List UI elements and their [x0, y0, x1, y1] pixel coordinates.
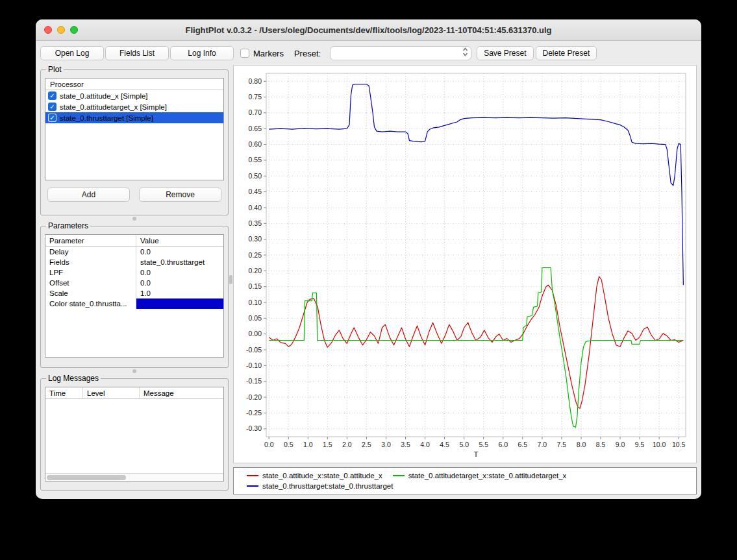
svg-text:0.60: 0.60	[249, 140, 262, 148]
preset-combobox[interactable]	[330, 46, 471, 60]
vertical-splitter[interactable]	[229, 65, 233, 494]
svg-text:10.0: 10.0	[653, 441, 666, 448]
svg-text:9.0: 9.0	[616, 441, 625, 448]
series-visible-checkbox[interactable]: ✓	[48, 91, 56, 100]
parameter-value[interactable]: 1.0	[136, 288, 223, 298]
parameter-name: Delay	[45, 247, 136, 257]
splitter-grip-icon	[132, 217, 136, 221]
add-series-button[interactable]: Add	[47, 188, 130, 202]
svg-text:0.05: 0.05	[249, 314, 262, 322]
close-window-button[interactable]	[44, 26, 52, 34]
svg-text:4.0: 4.0	[420, 441, 430, 448]
log-messages-table-header: Time Level Message	[45, 387, 223, 399]
save-preset-button[interactable]: Save Preset	[477, 46, 533, 60]
parameter-color-swatch[interactable]	[136, 298, 223, 309]
svg-text:-0.25: -0.25	[246, 409, 262, 417]
log-messages-panel: Log Messages Time Level Message	[40, 374, 229, 491]
svg-text:-0.05: -0.05	[246, 346, 262, 354]
parameter-name: Fields	[45, 257, 136, 267]
legend-entry: state_0.attitudetarget_x:state_0.attitud…	[393, 472, 567, 480]
svg-text:1.0: 1.0	[303, 441, 313, 448]
svg-text:-0.30: -0.30	[246, 424, 262, 432]
parameter-row[interactable]: Fieldsstate_0.thrusttarget	[45, 257, 223, 267]
legend-line-sample-icon	[247, 485, 258, 487]
window-titlebar: FlightPlot v.0.3.2 - /Users/oleg/Documen…	[36, 19, 701, 41]
log-horizontal-scrollbar[interactable]	[45, 473, 223, 481]
parameter-row[interactable]: LPF0.0	[45, 267, 223, 278]
flight-data-chart[interactable]: 0.00.51.01.52.02.53.03.54.04.55.05.56.06…	[234, 66, 696, 463]
svg-text:T: T	[473, 450, 478, 458]
markers-checkbox-group: Markers	[240, 49, 284, 58]
fields-list-button[interactable]: Fields List	[105, 46, 169, 60]
zoom-window-button[interactable]	[70, 26, 78, 34]
parameter-row[interactable]: Delay0.0	[45, 247, 223, 257]
plot-parameters-splitter[interactable]	[40, 215, 229, 221]
legend-label: state_0.attitude_x:state_0.attitude_x	[262, 472, 382, 480]
series-visible-checkbox[interactable]: ✓	[48, 114, 56, 122]
svg-text:3.5: 3.5	[401, 441, 410, 448]
minimize-window-button[interactable]	[57, 26, 65, 34]
svg-text:-0.10: -0.10	[246, 361, 262, 369]
markers-checkbox[interactable]	[240, 49, 249, 58]
preset-label: Preset:	[294, 49, 321, 58]
series-visible-checkbox[interactable]: ✓	[48, 103, 56, 111]
svg-text:6.0: 6.0	[498, 441, 508, 448]
parameter-name: Scale	[45, 288, 136, 298]
svg-text:5.0: 5.0	[459, 441, 469, 448]
splitter-grip-icon	[229, 275, 232, 284]
log-info-button[interactable]: Log Info	[170, 46, 234, 60]
delete-preset-button[interactable]: Delete Preset	[536, 46, 597, 60]
open-log-button[interactable]: Open Log	[40, 46, 104, 60]
plot-series-row[interactable]: ✓state_0.attitudetarget_x [Simple]	[45, 101, 223, 112]
remove-series-button[interactable]: Remove	[139, 188, 221, 202]
svg-text:0.35: 0.35	[249, 219, 262, 227]
toolbar: Open Log Fields List Log Info Markers Pr…	[36, 41, 701, 63]
legend-line-sample-icon	[393, 475, 405, 476]
chart-panel[interactable]: 0.00.51.01.52.02.53.03.54.04.55.05.56.06…	[233, 65, 697, 463]
plot-buttons: Add Remove	[45, 188, 224, 202]
svg-text:0.15: 0.15	[249, 282, 262, 290]
processor-column-header[interactable]: Processor	[45, 79, 223, 90]
plot-series-table[interactable]: Processor ✓state_0.attitude_x [Simple]✓s…	[45, 78, 224, 180]
parameter-name: Offset	[45, 278, 136, 288]
parameters-rows: Delay0.0Fieldsstate_0.thrusttargetLPF0.0…	[45, 247, 223, 309]
markers-label: Markers	[253, 49, 284, 58]
flightplot-window: FlightPlot v.0.3.2 - /Users/oleg/Documen…	[36, 19, 701, 499]
scrollbar-thumb[interactable]	[47, 475, 126, 480]
svg-text:0.45: 0.45	[249, 188, 262, 195]
value-column-header[interactable]: Value	[136, 235, 223, 246]
parameter-row[interactable]: Scale1.0	[45, 288, 223, 298]
series-label: state_0.attitude_x [Simple]	[60, 92, 148, 100]
svg-text:7.5: 7.5	[557, 441, 567, 448]
svg-text:0.5: 0.5	[284, 441, 294, 448]
level-column-header[interactable]: Level	[83, 387, 140, 398]
parameter-column-header[interactable]: Parameter	[45, 235, 136, 246]
splitter-grip-icon	[132, 369, 136, 373]
message-column-header[interactable]: Message	[140, 387, 223, 398]
plot-series-row[interactable]: ✓state_0.attitude_x [Simple]	[45, 90, 223, 101]
plot-panel: Plot Processor ✓state_0.attitude_x [Simp…	[40, 65, 229, 215]
parameter-value[interactable]: 0.0	[136, 267, 223, 278]
log-messages-body	[45, 399, 223, 473]
plot-panel-title: Plot	[46, 65, 64, 74]
main-content: Plot Processor ✓state_0.attitude_x [Simp…	[36, 63, 701, 494]
svg-text:3.0: 3.0	[381, 441, 391, 448]
svg-text:9.5: 9.5	[635, 441, 645, 448]
svg-text:0.10: 0.10	[249, 298, 262, 306]
legend-entry: state_0.attitude_x:state_0.attitude_x	[247, 472, 382, 480]
parameter-row[interactable]: Offset0.0	[45, 278, 223, 288]
parameter-row[interactable]: Color state_0.thrustta...	[45, 298, 223, 309]
log-messages-table[interactable]: Time Level Message	[45, 387, 224, 481]
svg-text:2.0: 2.0	[342, 441, 352, 448]
window-title: FlightPlot v.0.3.2 - /Users/oleg/Documen…	[36, 25, 701, 35]
parameter-value[interactable]: state_0.thrusttarget	[136, 257, 223, 267]
parameter-value[interactable]: 0.0	[136, 247, 223, 257]
svg-text:0.75: 0.75	[249, 93, 262, 101]
parameters-table[interactable]: Parameter Value Delay0.0Fieldsstate_0.th…	[45, 234, 224, 358]
log-messages-panel-title: Log Messages	[46, 374, 101, 383]
parameters-log-splitter[interactable]	[40, 368, 229, 374]
plot-series-row[interactable]: ✓state_0.thrusttarget [Simple]	[45, 112, 223, 123]
svg-text:0.25: 0.25	[249, 251, 262, 259]
parameter-value[interactable]: 0.0	[136, 278, 223, 288]
time-column-header[interactable]: Time	[45, 387, 83, 398]
